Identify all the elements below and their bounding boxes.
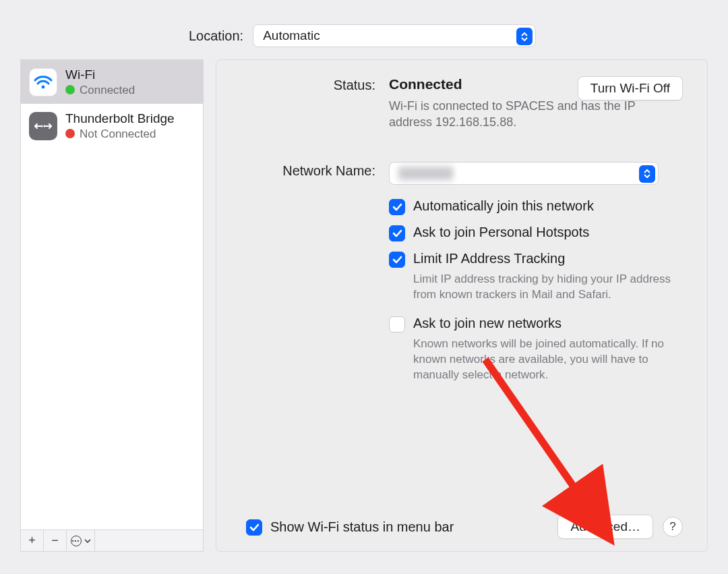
advanced-button[interactable]: Advanced… (557, 515, 653, 539)
location-value: Automatic (263, 28, 320, 43)
sidebar-item-label: Wi-Fi (65, 67, 135, 83)
location-row: Location: Automatic (189, 0, 728, 59)
sidebar-item-thunderbolt-bridge[interactable]: Thunderbolt Bridge Not Connected (21, 104, 203, 148)
location-label: Location: (189, 28, 243, 44)
network-name-row: Network Name: (241, 162, 683, 185)
status-dot-icon (65, 85, 75, 94)
sidebar-item-status: Not Connected (80, 127, 156, 141)
checkbox-limit-ip[interactable] (389, 252, 405, 268)
sidebar-item-label: Thunderbolt Bridge (65, 111, 175, 127)
turn-wifi-off-button[interactable]: Turn Wi-Fi Off (578, 76, 683, 101)
network-name-value (399, 167, 453, 180)
network-name-select[interactable] (389, 162, 659, 185)
checkbox-show-status[interactable] (246, 519, 262, 536)
sidebar-item-wifi[interactable]: Wi-Fi Connected (21, 60, 203, 104)
checkbox-ask-hotspot[interactable] (389, 225, 405, 241)
status-dot-icon (65, 129, 75, 138)
help-button[interactable]: ? (663, 517, 683, 537)
location-select[interactable]: Automatic (253, 24, 536, 47)
main-columns: Wi-Fi Connected Thunderbolt Br (0, 59, 728, 558)
checkbox-ask-new-desc: Known networks will be joined automatica… (413, 337, 683, 383)
status-label: Status: (241, 76, 375, 131)
remove-interface-button[interactable]: − (44, 530, 67, 551)
advanced-button-label: Advanced… (570, 519, 640, 534)
checkbox-show-status-label: Show Wi-Fi status in menu bar (270, 519, 454, 535)
checkbox-auto-join[interactable] (389, 199, 405, 215)
turn-wifi-off-label: Turn Wi-Fi Off (590, 81, 670, 96)
settings-panel: Turn Wi-Fi Off Status: Connected Wi-Fi i… (216, 59, 708, 552)
chevron-down-icon (84, 539, 91, 543)
help-icon: ? (669, 520, 675, 534)
chevron-updown-icon (516, 28, 533, 45)
checkbox-ask-new[interactable] (389, 316, 405, 333)
panel-footer: Show Wi-Fi status in menu bar Advanced… … (241, 507, 683, 539)
ellipsis-icon: ••• (71, 536, 82, 546)
checkbox-auto-join-label: Automatically join this network (413, 198, 594, 214)
sidebar-toolbar-spacer (95, 530, 203, 551)
svg-point-2 (43, 125, 45, 127)
sidebar-actions-menu[interactable]: ••• (67, 530, 95, 551)
svg-point-0 (42, 85, 45, 88)
sidebar-item-status: Connected (80, 83, 135, 97)
sidebar-toolbar: + − ••• (21, 529, 203, 551)
chevron-updown-icon (639, 165, 655, 183)
network-name-label: Network Name: (241, 162, 375, 185)
svg-point-1 (40, 125, 42, 127)
wifi-options: Automatically join this network Ask to j… (389, 198, 683, 388)
checkbox-ask-new-label: Ask to join new networks (413, 316, 562, 331)
add-interface-button[interactable]: + (21, 530, 44, 551)
wifi-icon (29, 68, 57, 96)
thunderbolt-bridge-icon (29, 112, 57, 140)
checkbox-ask-hotspot-label: Ask to join Personal Hotspots (413, 225, 589, 240)
status-desc: Wi-Fi is connected to SPACES and has the… (389, 98, 659, 131)
checkbox-limit-ip-desc: Limit IP address tracking by hiding your… (413, 272, 683, 303)
interfaces-sidebar: Wi-Fi Connected Thunderbolt Br (20, 59, 204, 552)
checkbox-limit-ip-label: Limit IP Address Tracking (413, 251, 565, 266)
